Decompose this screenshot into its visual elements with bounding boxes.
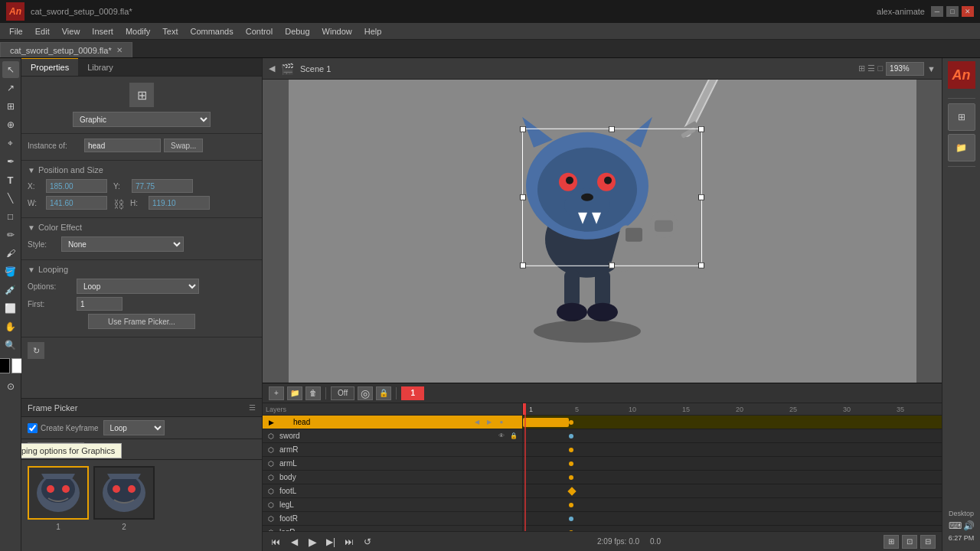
tab-library[interactable]: Library xyxy=(78,58,122,76)
tab-properties[interactable]: Properties xyxy=(21,58,78,76)
frame-row-head[interactable] xyxy=(523,416,942,429)
tool-lasso[interactable]: ⌖ xyxy=(2,135,19,152)
loop-button[interactable]: ↺ xyxy=(361,535,374,549)
tab-main-file[interactable]: cat_sword_setup_0009.fla* ✕ xyxy=(0,42,132,57)
menu-help[interactable]: Help xyxy=(358,25,388,37)
tool-eraser[interactable]: ⬜ xyxy=(2,300,19,317)
tool-line[interactable]: ╲ xyxy=(2,190,19,207)
delete-layer-button[interactable]: 🗑 xyxy=(305,386,321,400)
step-forward-button[interactable]: ▶| xyxy=(324,535,338,549)
color-effect-header[interactable]: ▼ Color Effect xyxy=(28,223,256,232)
tool-hand[interactable]: ✋ xyxy=(2,318,19,335)
symbol-type-select[interactable]: Graphic xyxy=(73,112,211,127)
x-input[interactable] xyxy=(46,179,107,193)
layer-head[interactable]: ▶ ⬡ head ◀ ▶ ● ◆ xyxy=(263,416,522,429)
menu-insert[interactable]: Insert xyxy=(86,25,119,37)
menu-edit[interactable]: Edit xyxy=(29,25,56,37)
canvas-wrapper[interactable] xyxy=(263,80,942,383)
menu-text[interactable]: Text xyxy=(156,25,184,37)
add-layer-button[interactable]: + xyxy=(269,386,284,400)
tool-free-transform[interactable]: ⊞ xyxy=(2,98,19,115)
layer-armR[interactable]: ⬡ armR xyxy=(263,443,522,457)
swap-button[interactable]: Swap... xyxy=(164,139,203,152)
layer-legL[interactable]: ⬡ legL xyxy=(263,498,522,512)
playback-extra-1[interactable]: ⊞ xyxy=(884,535,899,549)
tab-close-icon[interactable]: ✕ xyxy=(116,46,122,54)
lock-icon[interactable]: 🔒 xyxy=(376,386,391,400)
play-button[interactable]: ▶ xyxy=(305,535,319,549)
layer-legR[interactable]: ⬡ legR xyxy=(263,526,522,531)
h-input[interactable] xyxy=(149,196,210,210)
right-btn-grid[interactable]: ⊞ xyxy=(948,103,975,131)
layer-footR[interactable]: ⬡ footR xyxy=(263,512,522,526)
tool-paint-bucket[interactable]: 🪣 xyxy=(2,263,19,280)
frame-image-2[interactable] xyxy=(93,466,155,520)
menu-commands[interactable]: Commands xyxy=(184,25,239,37)
layer-footL[interactable]: ⬡ footL xyxy=(263,484,522,498)
create-keyframe-checkbox[interactable] xyxy=(28,423,38,433)
position-size-header[interactable]: ▼ Position and Size xyxy=(28,165,256,174)
tool-text[interactable]: T xyxy=(2,171,19,188)
frame-row-sword[interactable] xyxy=(523,429,942,443)
playback-extra-3[interactable]: ⊟ xyxy=(920,535,936,549)
tool-pencil[interactable]: ✏ xyxy=(2,227,19,243)
menu-control[interactable]: Control xyxy=(240,25,279,37)
step-back-button[interactable]: ◀ xyxy=(287,535,301,549)
off-button[interactable]: Off xyxy=(331,386,354,400)
stroke-color-swatch[interactable] xyxy=(0,358,10,373)
looping-header[interactable]: ▼ Looping xyxy=(28,265,256,274)
w-input[interactable] xyxy=(46,196,107,210)
instance-name-input[interactable] xyxy=(84,139,161,152)
minimize-button[interactable]: ─ xyxy=(931,6,943,17)
maximize-button[interactable]: □ xyxy=(946,6,959,17)
lock-icon-sword[interactable]: 🔒 xyxy=(508,431,519,442)
tool-rectangle[interactable]: □ xyxy=(2,208,19,225)
layer-play-back-icon[interactable]: ◀ xyxy=(472,417,482,428)
tool-subselect[interactable]: ↗ xyxy=(2,80,19,96)
style-select[interactable]: None xyxy=(61,236,184,252)
menu-debug[interactable]: Debug xyxy=(279,25,315,37)
rotate-icon[interactable]: ↻ xyxy=(28,342,44,359)
menu-file[interactable]: File xyxy=(3,25,29,37)
add-folder-button[interactable]: 📁 xyxy=(287,386,302,400)
frame-row-footL[interactable] xyxy=(523,484,942,498)
tool-eyedropper[interactable]: 💉 xyxy=(2,282,19,298)
zoom-input[interactable] xyxy=(886,62,924,76)
panel-menu-icon[interactable]: ☰ xyxy=(249,403,256,412)
back-arrow-icon[interactable]: ◀ xyxy=(269,64,275,73)
frame-row-armR[interactable] xyxy=(523,443,942,457)
skip-to-end-button[interactable]: ⏭ xyxy=(342,535,356,549)
tool-pen[interactable]: ✒ xyxy=(2,153,19,170)
onion-skin-icon[interactable]: ◎ xyxy=(358,386,373,400)
frame-row-body[interactable] xyxy=(523,471,942,484)
all-frames-select[interactable]: All Frames xyxy=(28,442,84,456)
frame-row-legL[interactable] xyxy=(523,498,942,512)
layer-play-fwd-icon[interactable]: ▶ xyxy=(484,417,495,428)
frame-row-footR[interactable] xyxy=(523,512,942,526)
frame-image-1[interactable] xyxy=(28,466,89,520)
skip-to-start-button[interactable]: ⏮ xyxy=(269,535,283,549)
frame-row-armL[interactable] xyxy=(523,457,942,471)
eye-icon-sword[interactable]: 👁 xyxy=(496,431,507,442)
tool-assets[interactable]: ⊙ xyxy=(2,378,19,395)
layer-body[interactable]: ⬡ body xyxy=(263,471,522,484)
menu-modify[interactable]: Modify xyxy=(119,25,156,37)
menu-view[interactable]: View xyxy=(56,25,87,37)
close-button[interactable]: ✕ xyxy=(962,6,974,17)
y-input[interactable] xyxy=(132,179,193,193)
tool-brush[interactable]: 🖌 xyxy=(2,245,19,262)
menu-window[interactable]: Window xyxy=(316,25,358,37)
playback-extra-2[interactable]: ⊡ xyxy=(902,535,917,549)
options-select[interactable]: Loop xyxy=(77,279,199,294)
tool-zoom[interactable]: 🔍 xyxy=(2,337,19,354)
frame-row-legR[interactable] xyxy=(523,526,942,531)
tool-3d-rotation[interactable]: ⊕ xyxy=(2,116,19,133)
zoom-dropdown-icon[interactable]: ▼ xyxy=(927,64,936,73)
use-frame-picker-button[interactable]: Use Frame Picker... xyxy=(88,314,195,329)
first-input[interactable] xyxy=(77,297,122,311)
layer-sword[interactable]: ⬡ sword 👁 🔒 xyxy=(263,429,522,443)
right-btn-folder[interactable]: 📁 xyxy=(948,134,975,161)
loop-select[interactable]: Loop xyxy=(103,420,165,435)
layer-armL[interactable]: ⬡ armL xyxy=(263,457,522,471)
tool-select[interactable]: ↖ xyxy=(2,61,19,78)
